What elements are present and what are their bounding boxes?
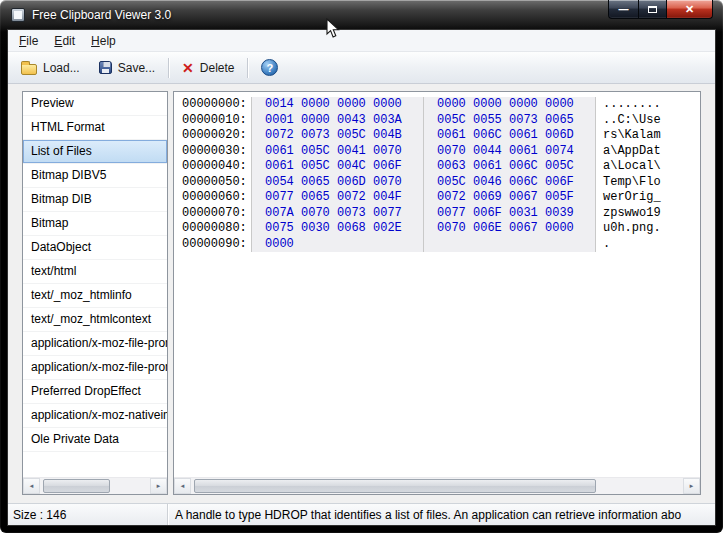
hex-view-panel: 00000000:0014 0000 0000 00000000 0000 00…	[173, 91, 701, 495]
save-button-label: Save...	[118, 61, 155, 75]
arrow-left-icon: ◄	[180, 483, 186, 489]
minimize-icon: —	[619, 4, 629, 15]
help-icon: ?	[261, 59, 278, 76]
menu-item-help[interactable]: Help	[83, 31, 124, 51]
status-size: Size : 146	[8, 504, 168, 525]
save-floppy-icon	[99, 61, 112, 74]
open-folder-icon	[21, 64, 37, 75]
window-controls: — ✕	[608, 0, 713, 19]
scroll-left-button[interactable]: ◄	[23, 478, 40, 494]
format-item-preferred-dropeffect[interactable]: Preferred DropEffect	[23, 380, 167, 404]
format-item-application-x-moz-nativeima[interactable]: application/x-moz-nativeima	[23, 404, 167, 428]
format-list: PreviewHTML FormatList of FilesBitmap DI…	[23, 92, 167, 477]
format-item-text-moz-htmlcontext[interactable]: text/_moz_htmlcontext	[23, 308, 167, 332]
hex-bytes-group-2: 0070 0044 0061 0074	[424, 144, 596, 160]
hex-bytes-group-2: 0077 006F 0031 0039	[424, 206, 596, 222]
format-item-preview[interactable]: Preview	[23, 92, 167, 116]
hex-ascii: u0h.png.	[596, 221, 699, 237]
sidebar-horizontal-scrollbar[interactable]: ◄ ►	[23, 477, 167, 494]
hex-offset: 00000040:	[178, 159, 252, 175]
help-button[interactable]: ?	[252, 55, 287, 80]
hex-bytes-group-2: 0063 0061 006C 005C	[424, 159, 596, 175]
hex-bytes-group-1: 0054 0065 006D 0070	[252, 175, 424, 191]
client-area: FileEditHelp Load... Save... ✕ Delete ?	[8, 30, 715, 525]
delete-button-label: Delete	[200, 61, 235, 75]
hex-ascii: Temp\Flo	[596, 175, 699, 191]
hex-row: 00000080:0075 0030 0068 002E0070 006E 00…	[178, 221, 699, 237]
scroll-left-button[interactable]: ◄	[174, 478, 191, 494]
hex-ascii: ..C:\Use	[596, 113, 699, 129]
format-item-text-html[interactable]: text/html	[23, 260, 167, 284]
format-item-application-x-moz-file-promis[interactable]: application/x-moz-file-promis	[23, 332, 167, 356]
app-window: Free Clipboard Viewer 3.0 — ✕ FileEditHe…	[0, 0, 723, 533]
format-item-bitmap[interactable]: Bitmap	[23, 212, 167, 236]
format-item-application-x-moz-file-promis[interactable]: application/x-moz-file-promis	[23, 356, 167, 380]
delete-button[interactable]: ✕ Delete	[173, 57, 243, 79]
hex-offset: 00000020:	[178, 128, 252, 144]
hex-offset: 00000010:	[178, 113, 252, 129]
maximize-icon	[648, 6, 657, 13]
load-button[interactable]: Load...	[12, 57, 89, 79]
hex-ascii: rs\Kalam	[596, 128, 699, 144]
arrow-left-icon: ◄	[29, 483, 35, 489]
format-item-bitmap-dibv5[interactable]: Bitmap DIBV5	[23, 164, 167, 188]
hex-ascii: a\Local\	[596, 159, 699, 175]
format-item-html-format[interactable]: HTML Format	[23, 116, 167, 140]
hex-bytes-group-1: 0075 0030 0068 002E	[252, 221, 424, 237]
format-item-list-of-files[interactable]: List of Files	[23, 140, 167, 164]
hex-bytes-group-2: 0072 0069 0067 005F	[424, 190, 596, 206]
toolbar: Load... Save... ✕ Delete ?	[8, 52, 715, 84]
scrollbar-thumb[interactable]	[43, 479, 110, 493]
hex-offset: 00000060:	[178, 190, 252, 206]
format-item-ole-private-data[interactable]: Ole Private Data	[23, 428, 167, 452]
hex-bytes-group-2: 0070 006E 0067 0000	[424, 221, 596, 237]
arrow-right-icon: ►	[689, 483, 695, 489]
hex-bytes-group-1: 0001 0000 0043 003A	[252, 113, 424, 129]
menu-item-file[interactable]: File	[11, 31, 46, 51]
hex-rows: 00000000:0014 0000 0000 00000000 0000 00…	[178, 97, 699, 477]
hex-offset: 00000000:	[178, 97, 252, 113]
close-button[interactable]: ✕	[667, 0, 713, 19]
hex-bytes-group-2	[424, 237, 596, 253]
format-item-text-moz-htmlinfo[interactable]: text/_moz_htmlinfo	[23, 284, 167, 308]
save-button[interactable]: Save...	[90, 57, 164, 79]
scrollbar-track[interactable]	[192, 478, 682, 494]
menu-item-edit[interactable]: Edit	[46, 31, 83, 51]
maximize-button[interactable]	[638, 0, 667, 19]
format-item-bitmap-dib[interactable]: Bitmap DIB	[23, 188, 167, 212]
scroll-right-button[interactable]: ►	[150, 478, 167, 494]
hex-ascii: .	[596, 237, 699, 253]
hex-row: 00000020:0072 0073 005C 004B0061 006C 00…	[178, 128, 699, 144]
hex-bytes-group-2: 0061 006C 0061 006D	[424, 128, 596, 144]
hex-offset: 00000090:	[178, 237, 252, 253]
menu-bar: FileEditHelp	[8, 30, 715, 52]
scrollbar-track[interactable]	[41, 478, 149, 494]
hex-row: 00000050:0054 0065 006D 0070005C 0046 00…	[178, 175, 699, 191]
format-item-dataobject[interactable]: DataObject	[23, 236, 167, 260]
hex-bytes-group-1: 0077 0065 0072 004F	[252, 190, 424, 206]
hex-row: 00000010:0001 0000 0043 003A005C 0055 00…	[178, 113, 699, 129]
hex-offset: 00000080:	[178, 221, 252, 237]
minimize-button[interactable]: —	[608, 0, 638, 19]
hex-offset: 00000050:	[178, 175, 252, 191]
toolbar-separator	[247, 58, 248, 78]
hex-offset: 00000070:	[178, 206, 252, 222]
hex-row: 00000070:007A 0070 0073 00770077 006F 00…	[178, 206, 699, 222]
hex-row: 00000040:0061 005C 004C 006F0063 0061 00…	[178, 159, 699, 175]
scrollbar-thumb[interactable]	[194, 479, 596, 493]
hex-bytes-group-1: 0072 0073 005C 004B	[252, 128, 424, 144]
status-bar: Size : 146 A handle to type HDROP that i…	[8, 503, 715, 525]
hex-row: 00000000:0014 0000 0000 00000000 0000 00…	[178, 97, 699, 113]
hex-ascii: ........	[596, 97, 699, 113]
hex-ascii: a\AppDat	[596, 144, 699, 160]
hexview-horizontal-scrollbar[interactable]: ◄ ►	[174, 477, 700, 494]
app-icon	[11, 8, 25, 22]
close-icon: ✕	[685, 3, 694, 16]
scroll-right-button[interactable]: ►	[683, 478, 700, 494]
hex-bytes-group-2: 005C 0055 0073 0065	[424, 113, 596, 129]
delete-x-icon: ✕	[182, 61, 194, 75]
hex-bytes-group-1: 0014 0000 0000 0000	[252, 97, 424, 113]
hex-row: 00000090:0000.	[178, 237, 699, 253]
hex-row: 00000060:0077 0065 0072 004F0072 0069 00…	[178, 190, 699, 206]
title-bar[interactable]: Free Clipboard Viewer 3.0 — ✕	[0, 0, 723, 30]
